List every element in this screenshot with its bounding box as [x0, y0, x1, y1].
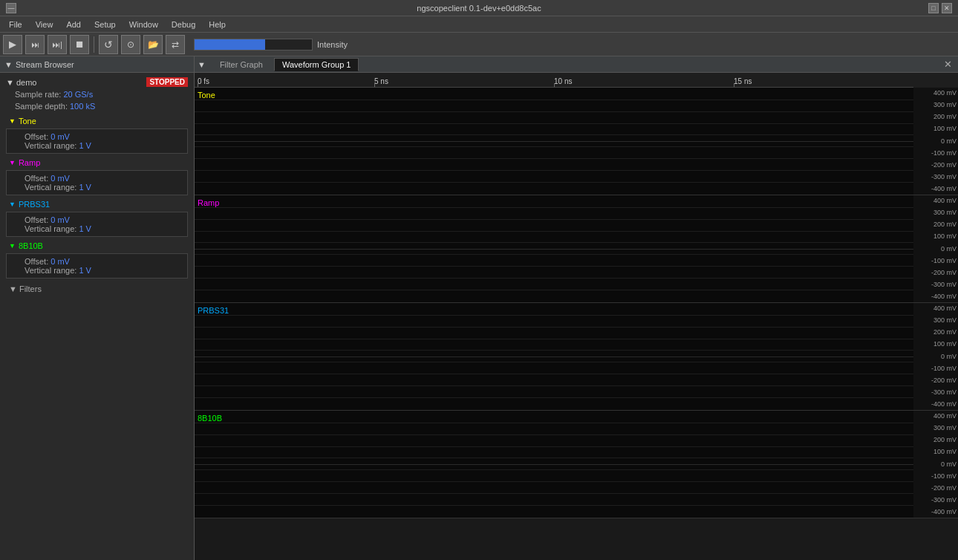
- scale--100mv-ramp: -100 mV: [915, 257, 957, 265]
- channel-8b10b-header[interactable]: ▼ 8B10B: [3, 240, 191, 252]
- 8b10b-grid: [195, 411, 913, 518]
- menu-debug[interactable]: Debug: [166, 19, 201, 30]
- grid-line-zero: [195, 141, 913, 142]
- channel-8b10b-label: 8B10B: [19, 241, 43, 250]
- prbs-offset-link[interactable]: 0 mV: [50, 215, 70, 224]
- grid-line: [195, 315, 913, 316]
- scale--200mv-8b10b: -200 mV: [915, 484, 957, 492]
- waveform-container[interactable]: 0 fs 5 ns 10 ns 15 ns Tone: [195, 73, 913, 560]
- refresh-button[interactable]: ↺: [99, 35, 118, 54]
- channel-8b10b-triangle: ▼: [9, 242, 16, 250]
- channel-tone-params: Offset: 0 mV Vertical range: 1 V: [6, 128, 188, 154]
- grid-line: [195, 123, 913, 124]
- filters-section[interactable]: ▼ Filters: [3, 281, 191, 296]
- scale-400mv-prbs: 400 mV: [915, 305, 957, 313]
- channel-prbs-header[interactable]: ▼ PRBS31: [3, 198, 191, 210]
- channel-ramp-triangle: ▼: [9, 159, 16, 166]
- 8b10b-vrange-link[interactable]: 1 V: [79, 266, 91, 275]
- window-controls[interactable]: —: [6, 3, 16, 13]
- channel-ramp-section: ▼ Ramp Offset: 0 mV Vertical range: 1 V: [3, 157, 191, 195]
- ramp-offset-link[interactable]: 0 mV: [50, 174, 70, 183]
- 8b10b-offset-link[interactable]: 0 mV: [50, 257, 70, 266]
- menu-file[interactable]: File: [3, 19, 28, 30]
- play-button[interactable]: ▶: [3, 35, 22, 54]
- time-ruler: 0 fs 5 ns 10 ns 15 ns: [195, 73, 913, 88]
- stream-browser-title: Stream Browser: [16, 60, 74, 69]
- target-button[interactable]: ⊙: [121, 35, 140, 54]
- scale-row-prbs: 400 mV 300 mV 200 mV 100 mV 0 mV -100 mV…: [913, 303, 958, 411]
- menu-bar: File View Add Setup Window Debug Help: [0, 16, 958, 33]
- window-max-close[interactable]: □ ✕: [928, 3, 952, 13]
- channel-tone-header[interactable]: ▼ Tone: [3, 115, 191, 127]
- scale-row-8b10b: 400 mV 300 mV 200 mV 100 mV 0 mV -100 mV…: [913, 411, 958, 518]
- filters-label: Filters: [19, 284, 42, 293]
- tone-vrange-link[interactable]: 1 V: [79, 141, 91, 150]
- menu-window[interactable]: Window: [123, 19, 164, 30]
- scale--400mv-ramp: -400 mV: [915, 293, 957, 301]
- menu-help[interactable]: Help: [203, 19, 232, 30]
- grid-line: [195, 100, 913, 100]
- grid-line-zero: [195, 356, 913, 357]
- channel-prbs-params: Offset: 0 mV Vertical range: 1 V: [6, 212, 188, 237]
- 8b10b-vrange: Vertical range: 1 V: [25, 266, 181, 275]
- intensity-bar[interactable]: [194, 39, 313, 51]
- scale--300mv-8b10b: -300 mV: [915, 496, 957, 504]
- stop-button[interactable]: ⏹: [70, 35, 89, 54]
- scale-200mv-prbs: 200 mV: [915, 328, 957, 336]
- intensity-control[interactable]: Intensity: [194, 39, 348, 51]
- export-button[interactable]: ⇄: [166, 35, 185, 54]
- channel-ramp-header[interactable]: ▼ Ramp: [3, 157, 191, 169]
- sample-depth-info: Sample depth: 100 kS: [3, 100, 191, 112]
- time-mark-15ns: 15 ns: [734, 77, 752, 85]
- grid-line: [195, 146, 913, 147]
- grid-line: [195, 423, 913, 423]
- app-title: ngscopeclient 0.1-dev+e0dd8c5ac: [417, 4, 541, 13]
- time-tick-15ns: [734, 83, 734, 87]
- close-button[interactable]: ✕: [942, 3, 952, 13]
- step-button[interactable]: ⏭: [25, 35, 45, 54]
- scale-100mv-8b10b: 100 mV: [915, 448, 957, 456]
- menu-view[interactable]: View: [30, 19, 59, 30]
- scale-200mv-8b10b: 200 mV: [915, 436, 957, 444]
- grid-line: [195, 458, 913, 458]
- minimize-button[interactable]: —: [6, 3, 16, 13]
- tab-close-button[interactable]: ✕: [941, 59, 955, 70]
- grid-line: [195, 469, 913, 470]
- sample-depth-link[interactable]: 100 kS: [70, 102, 95, 111]
- tab-filter-graph[interactable]: Filter Graph: [212, 58, 271, 71]
- channel-ramp-label: Ramp: [19, 158, 40, 167]
- time-mark-10ns: 10 ns: [554, 77, 572, 85]
- scale-300mv-tone: 300 mV: [915, 101, 957, 109]
- grid-line: [195, 446, 913, 447]
- grid-line: [195, 397, 913, 398]
- waveform-row-8b10b[interactable]: 8B10B: [195, 411, 913, 518]
- channel-ramp-params: Offset: 0 mV Vertical range: 1 V: [6, 170, 188, 195]
- waveform-row-ramp[interactable]: Ramp: [195, 195, 913, 303]
- sample-rate-link[interactable]: 20 GS/s: [63, 90, 93, 99]
- channel-8b10b-params: Offset: 0 mV Vertical range: 1 V: [6, 253, 188, 279]
- waveform-label-8b10b: 8B10B: [198, 414, 222, 423]
- waveform-row-tone[interactable]: Tone: [195, 88, 913, 195]
- menu-add[interactable]: Add: [60, 19, 87, 30]
- tone-offset-link[interactable]: 0 mV: [50, 132, 70, 141]
- scale--100mv-8b10b: -100 mV: [915, 472, 957, 481]
- toolbar: ▶ ⏭ ⏭| ⏹ ↺ ⊙ 📂 ⇄ Intensity: [0, 33, 958, 56]
- waveform-label-prbs: PRBS31: [198, 306, 229, 315]
- stopped-badge: STOPPED: [146, 77, 188, 87]
- ramp-vrange-link[interactable]: 1 V: [79, 183, 91, 192]
- title-bar: — ngscopeclient 0.1-dev+e0dd8c5ac □ ✕: [0, 0, 958, 16]
- grid-line: [195, 385, 913, 386]
- tab-waveform-group[interactable]: Waveform Group 1: [274, 58, 359, 71]
- waveform-row-prbs[interactable]: PRBS31: [195, 303, 913, 411]
- stream-browser-header: ▼ Stream Browser: [0, 56, 194, 73]
- step-single-button[interactable]: ⏭|: [48, 35, 67, 54]
- menu-setup[interactable]: Setup: [88, 19, 122, 30]
- scale-row-tone: 400 mV 300 mV 200 mV 100 mV 0 mV -100 mV…: [913, 88, 958, 195]
- open-button[interactable]: 📂: [143, 35, 163, 54]
- ramp-vrange: Vertical range: 1 V: [25, 183, 181, 192]
- prbs-vrange-link[interactable]: 1 V: [79, 224, 91, 233]
- demo-section: ▼ demo STOPPED Sample rate: 20 GS/s Samp…: [3, 76, 191, 112]
- scale-400mv-top-tone: 400 mV: [915, 89, 957, 97]
- restore-button[interactable]: □: [928, 3, 939, 13]
- scale--200mv-ramp: -200 mV: [915, 269, 957, 277]
